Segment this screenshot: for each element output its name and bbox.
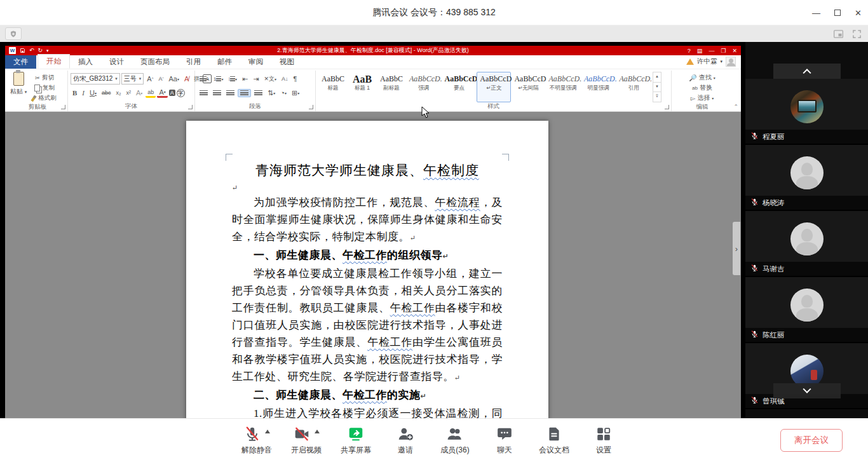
font-family-select[interactable]: 仿宋_GB2312▾ bbox=[71, 73, 120, 85]
tab-文件[interactable]: 文件 bbox=[5, 55, 36, 69]
format-painter-button[interactable]: 格式刷 bbox=[31, 93, 58, 103]
align-center-icon[interactable] bbox=[211, 90, 223, 97]
tab-引用[interactable]: 引用 bbox=[178, 55, 209, 69]
styles-scroll-up-icon[interactable]: ▲ bbox=[653, 72, 661, 83]
character-shading-icon[interactable]: A bbox=[169, 90, 175, 96]
style-明显强调[interactable]: AaBbCcD.明显强调 bbox=[581, 72, 616, 102]
underline-icon[interactable]: U▾ bbox=[88, 88, 98, 97]
style-强调[interactable]: AaBbCcD.强调 bbox=[406, 72, 442, 102]
styles-scroll-down-icon[interactable]: ▼ bbox=[653, 83, 661, 93]
bold-icon[interactable]: B bbox=[71, 88, 79, 97]
meeting-docs-button[interactable]: 会议文档 bbox=[539, 426, 569, 456]
word-help-icon[interactable]: ? bbox=[688, 48, 691, 54]
tab-邮件[interactable]: 邮件 bbox=[209, 55, 240, 69]
float-window-icon[interactable] bbox=[834, 30, 843, 38]
sidebar-collapse-handle[interactable]: › bbox=[733, 222, 740, 275]
share-screen-button[interactable]: 共享屏幕 bbox=[341, 426, 371, 456]
distribute-icon[interactable] bbox=[252, 90, 264, 97]
scroll-down-button[interactable] bbox=[773, 383, 841, 398]
tab-设计[interactable]: 设计 bbox=[101, 55, 132, 69]
maximize-icon[interactable] bbox=[834, 10, 841, 16]
tab-插入[interactable]: 插入 bbox=[70, 55, 101, 69]
subscript-icon[interactable]: x₂ bbox=[114, 89, 123, 97]
ribbon-options-icon[interactable]: ▤ bbox=[697, 48, 703, 54]
shrink-font-icon[interactable]: Aˇ bbox=[156, 75, 165, 83]
style-sample: AaBbCcD bbox=[445, 74, 474, 85]
tab-视图[interactable]: 视图 bbox=[271, 55, 302, 69]
font-dialog-launcher[interactable] bbox=[188, 105, 193, 109]
tab-审阅[interactable]: 审阅 bbox=[240, 55, 271, 69]
shading-icon[interactable]: ◔▾ bbox=[278, 88, 288, 97]
numbering-icon[interactable]: 1▾ bbox=[212, 76, 225, 83]
save-icon[interactable] bbox=[20, 48, 25, 53]
word-restore-icon[interactable]: ❐ bbox=[721, 48, 726, 54]
align-right-icon[interactable] bbox=[224, 90, 236, 97]
select-button[interactable]: ▻选择 ▾ bbox=[674, 93, 730, 103]
grow-font-icon[interactable]: A^ bbox=[145, 74, 155, 83]
justify-icon[interactable] bbox=[238, 89, 251, 97]
start-video-label: 开启视频 bbox=[291, 445, 322, 456]
word-close-icon[interactable]: ✕ bbox=[732, 48, 737, 54]
text-effects-icon[interactable]: A▾ bbox=[134, 88, 144, 97]
cut-button[interactable]: ✂剪切 bbox=[31, 73, 58, 83]
close-icon[interactable]: ✕ bbox=[855, 8, 862, 18]
copy-button[interactable]: 复制 bbox=[31, 83, 58, 93]
decrease-indent-icon[interactable]: ⇤ bbox=[240, 74, 250, 84]
find-button[interactable]: 🔎查找 ▾ bbox=[674, 72, 730, 83]
start-video-button[interactable]: 开启视频 bbox=[291, 426, 322, 456]
meeting-titlebar: 腾讯会议 会议号：439 885 312 — ✕ bbox=[0, 0, 868, 25]
minimize-icon[interactable]: — bbox=[812, 8, 820, 18]
style-标题[interactable]: AaBbC标题 bbox=[318, 72, 348, 102]
leave-meeting-button[interactable]: 离开会议 bbox=[780, 429, 843, 452]
style-↵无间隔[interactable]: AaBbCcD↵无间隔 bbox=[511, 72, 545, 102]
style-要点[interactable]: AaBbCcD要点 bbox=[442, 72, 477, 102]
styles-dialog-launcher[interactable] bbox=[665, 105, 669, 109]
undo-icon[interactable]: ↶ bbox=[29, 46, 34, 55]
font-size-select[interactable]: 三号▾ bbox=[121, 73, 144, 85]
increase-indent-icon[interactable]: ⇥ bbox=[251, 74, 261, 84]
style-副标题[interactable]: AaBbC副标题 bbox=[377, 72, 406, 102]
style-引用[interactable]: AaBbCcD.引用 bbox=[616, 72, 652, 102]
paragraph-dialog-launcher[interactable] bbox=[309, 105, 313, 109]
replace-button[interactable]: ab替换 bbox=[674, 83, 730, 93]
tab-开始[interactable]: 开始 bbox=[37, 54, 70, 69]
paste-button[interactable]: 粘贴 ▾ bbox=[10, 72, 27, 103]
start-video-caret-icon[interactable] bbox=[315, 430, 320, 433]
strikethrough-icon[interactable]: abc bbox=[100, 89, 113, 97]
sort-icon[interactable]: A↓ bbox=[280, 75, 290, 83]
doc-body: ↵为加强学校疫情防控工作，规范晨、午检流程，及时全面掌握师生健康状况，保障师生身… bbox=[232, 180, 503, 418]
scroll-up-button[interactable] bbox=[773, 64, 841, 79]
highlight-color-icon[interactable]: ab bbox=[146, 88, 156, 98]
word-minimize-icon[interactable]: — bbox=[709, 48, 714, 54]
enclose-characters-icon[interactable]: 字 bbox=[177, 89, 185, 97]
tab-页面布局[interactable]: 页面布局 bbox=[132, 55, 178, 69]
italic-icon[interactable]: I bbox=[80, 88, 86, 97]
members-button[interactable]: 成员(36) bbox=[440, 426, 470, 456]
asian-layout-icon[interactable]: ✕文▾ bbox=[262, 74, 278, 84]
replace-icon: ab bbox=[692, 85, 698, 91]
settings-button[interactable]: 设置 bbox=[588, 426, 619, 456]
account-area[interactable]: 许中霖 ▾ bbox=[686, 56, 736, 67]
collapse-ribbon-icon[interactable]: ⌃ bbox=[733, 104, 738, 110]
unmute-button[interactable]: 解除静音 bbox=[241, 426, 272, 456]
invite-button[interactable]: 邀请 bbox=[390, 426, 421, 456]
align-left-icon[interactable] bbox=[198, 90, 210, 97]
bullets-icon[interactable]: ▾ bbox=[198, 76, 210, 83]
styles-more-icon[interactable]: ⊽ bbox=[653, 92, 661, 102]
clipboard-dialog-launcher[interactable] bbox=[61, 105, 65, 109]
show-hide-marks-icon[interactable]: ¶ bbox=[292, 74, 299, 83]
style-不明显强调[interactable]: AaBbCcD.不明显强调 bbox=[545, 72, 581, 102]
chat-button[interactable]: 聊天 bbox=[489, 426, 520, 456]
style-标题 1[interactable]: AaB标题 1 bbox=[348, 72, 377, 102]
font-color-icon[interactable]: A▾ bbox=[157, 88, 167, 98]
multilevel-list-icon[interactable]: ⁝▾ bbox=[226, 76, 239, 83]
line-spacing-icon[interactable]: ⇅▾ bbox=[266, 88, 277, 98]
change-case-icon[interactable]: Aa▾ bbox=[166, 74, 180, 83]
style-↵正文[interactable]: AaBbCcD↵正文 bbox=[477, 72, 511, 102]
fullscreen-icon[interactable] bbox=[852, 29, 862, 39]
shield-plus-button[interactable] bbox=[5, 27, 22, 40]
clear-formatting-icon[interactable]: A̸ bbox=[182, 74, 191, 83]
unmute-caret-icon[interactable] bbox=[265, 430, 270, 433]
superscript-icon[interactable]: x² bbox=[125, 89, 133, 97]
borders-icon[interactable]: ⊞▾ bbox=[290, 88, 301, 98]
